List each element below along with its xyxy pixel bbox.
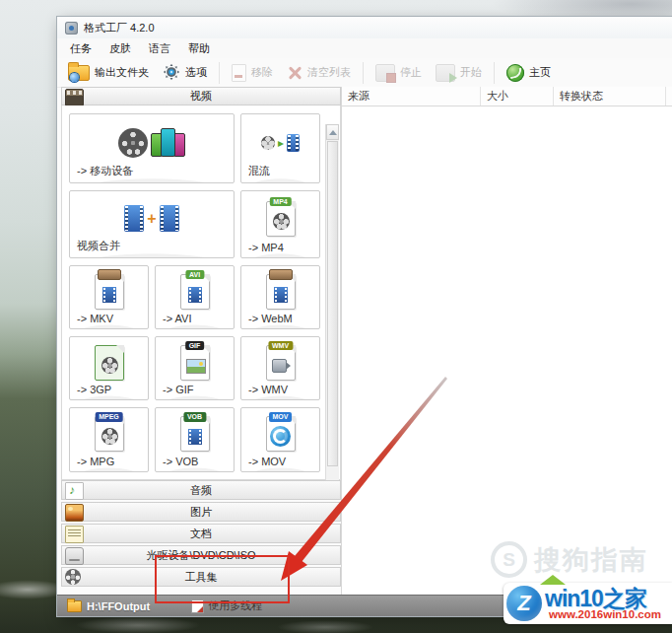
column-size[interactable]: 大小: [481, 87, 554, 106]
format-category-panel: 视频 -> 移动设备 ▸ 混流: [61, 87, 341, 595]
home-globe-icon: [506, 64, 524, 82]
tile-to-avi[interactable]: AVI -> AVI: [155, 265, 235, 329]
audio-icon: [65, 482, 84, 500]
3gp-file-icon: [70, 343, 148, 382]
tile-label: -> WebM: [248, 313, 293, 324]
tile-to-mpg[interactable]: MPEG -> MPG: [69, 407, 149, 472]
mpg-file-icon: MPEG: [70, 414, 148, 454]
stop-button[interactable]: 停止: [369, 62, 429, 84]
output-folder-button[interactable]: 输出文件夹: [61, 63, 156, 83]
win10-site-url: www.2016win10.com: [549, 608, 661, 620]
start-icon: [436, 64, 455, 82]
multithread-label: 使用多线程: [208, 598, 262, 613]
output-path-folder-icon: [67, 600, 82, 612]
tile-to-gif[interactable]: GIF -> GIF: [155, 336, 235, 400]
category-bar-list: 音频 图片 文档 光驱设备\DVD\CD\ISO 工具集: [61, 480, 341, 587]
tile-label: -> MP4: [248, 242, 284, 253]
desktop-wallpaper: 格式工厂 4.2.0 任务 皮肤 语言 帮助 输出文件夹 选项 移除: [0, 0, 672, 633]
category-audio[interactable]: 音频: [61, 480, 341, 500]
toolset-icon: [65, 569, 81, 585]
tile-label: -> VOB: [163, 456, 198, 467]
chevron-up-icon: [329, 130, 337, 135]
clear-list-icon: [287, 65, 302, 81]
tile-to-mp4[interactable]: MP4 -> MP4: [240, 190, 320, 258]
tile-label: 混流: [248, 164, 270, 178]
vob-file-icon: VOB: [156, 414, 234, 454]
multithread-toggle[interactable]: 使用多线程: [191, 598, 262, 613]
category-label: 光驱设备\DVD\CD\ISO: [146, 548, 255, 563]
remove-icon: [232, 64, 246, 82]
scrollbar-thumb[interactable]: [327, 141, 338, 466]
toolbar-separator: [363, 62, 364, 84]
category-rom-device[interactable]: 光驱设备\DVD\CD\ISO: [61, 545, 341, 565]
column-source[interactable]: 来源: [342, 87, 481, 106]
pointer-triangle-icon: [540, 575, 566, 585]
toolbar-separator: [219, 62, 220, 84]
avi-file-icon: AVI: [156, 272, 234, 311]
category-picture[interactable]: 图片: [61, 502, 341, 522]
gif-file-icon: GIF: [156, 343, 234, 382]
win10-home-watermark: Z win10之家 www.2016win10.com: [504, 583, 672, 624]
video-tile-area: -> 移动设备 ▸ 混流 + 视频合并: [61, 106, 341, 480]
tile-label: -> WMV: [248, 384, 288, 395]
remove-button[interactable]: 移除: [225, 62, 280, 84]
document-icon: [65, 526, 84, 543]
video-header-label: 视频: [190, 89, 212, 104]
task-table-body[interactable]: [342, 106, 672, 595]
menu-bar: 任务 皮肤 语言 帮助: [57, 38, 672, 58]
stop-icon: [375, 64, 395, 82]
video-merge-icon: +: [70, 197, 234, 240]
output-path[interactable]: H:\FFOutput: [87, 600, 150, 612]
category-label: 图片: [190, 505, 212, 520]
column-status[interactable]: 转换状态: [554, 87, 666, 106]
video-category-header[interactable]: 视频: [61, 87, 341, 106]
output-folder-icon: [68, 65, 90, 81]
column-filler: [666, 87, 672, 106]
sogou-watermark-text: 搜狗指南: [534, 542, 648, 578]
mobile-device-icon: [70, 120, 234, 165]
multithread-icon: [191, 599, 204, 613]
tile-label: -> 3GP: [77, 384, 111, 395]
menu-help[interactable]: 帮助: [179, 39, 219, 58]
win10-logo-icon: Z: [506, 586, 542, 621]
tile-to-vob[interactable]: VOB -> VOB: [155, 407, 235, 472]
mkv-file-icon: [70, 272, 148, 311]
task-list-panel: 来源 大小 转换状态: [341, 87, 672, 595]
tile-label: -> MKV: [77, 313, 113, 324]
clear-list-button[interactable]: 清空列表: [280, 63, 358, 83]
menu-language[interactable]: 语言: [140, 39, 179, 58]
video-tile-grid: -> 移动设备 ▸ 混流 + 视频合并: [69, 113, 320, 472]
tile-label: -> MOV: [248, 456, 286, 467]
tile-label: -> 移动设备: [77, 164, 133, 178]
tile-mobile-device[interactable]: -> 移动设备: [69, 113, 235, 183]
tile-label: -> MPG: [77, 456, 114, 467]
tile-label: -> GIF: [163, 384, 193, 395]
scroll-up-button[interactable]: [326, 124, 339, 140]
tile-to-wmv[interactable]: WMV -> WMV: [240, 336, 320, 400]
category-document[interactable]: 文档: [61, 524, 341, 543]
title-bar[interactable]: 格式工厂 4.2.0: [57, 17, 672, 38]
mov-file-icon: MOV: [241, 414, 319, 454]
category-label: 音频: [190, 483, 212, 498]
tile-scrollbar[interactable]: [325, 124, 339, 498]
mux-icon: ▸: [241, 120, 319, 165]
tile-video-merge[interactable]: + 视频合并: [69, 190, 235, 258]
category-label: 工具集: [185, 570, 218, 585]
menu-task[interactable]: 任务: [61, 39, 101, 58]
app-icon: [65, 22, 78, 35]
start-button[interactable]: 开始: [429, 62, 489, 84]
options-button[interactable]: 选项: [156, 61, 214, 85]
tool-bar: 输出文件夹 选项 移除 清空列表 停止: [57, 58, 672, 88]
category-label: 文档: [190, 527, 212, 541]
tile-to-3gp[interactable]: -> 3GP: [69, 336, 149, 400]
tile-to-mov[interactable]: MOV -> MOV: [240, 407, 320, 472]
home-button[interactable]: 主页: [500, 62, 558, 84]
sogou-watermark: S 搜狗指南: [491, 541, 648, 578]
tile-label: 视频合并: [77, 239, 120, 253]
tile-to-mkv[interactable]: -> MKV: [69, 265, 149, 329]
category-toolset[interactable]: 工具集: [61, 567, 341, 587]
menu-skin[interactable]: 皮肤: [101, 39, 140, 58]
tile-to-webm[interactable]: -> WebM: [240, 265, 320, 329]
picture-icon: [65, 504, 84, 522]
tile-mux[interactable]: ▸ 混流: [240, 113, 320, 183]
